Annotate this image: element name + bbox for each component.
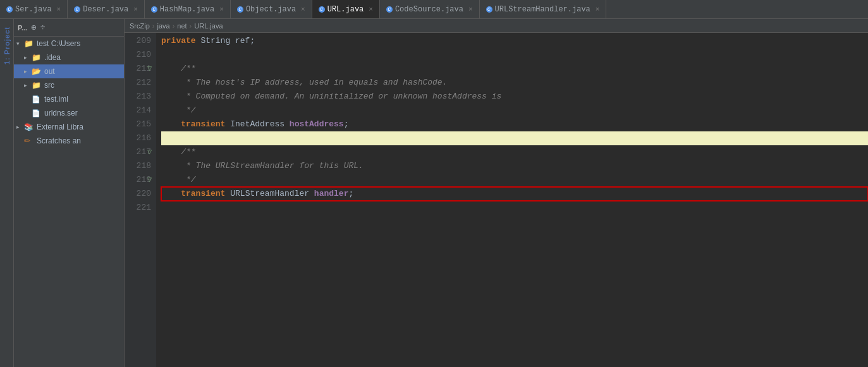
keyword-span: transient [161,187,225,201]
sidebar-item-out[interactable]: ▸📂out [14,64,124,78]
sidebar-item-test-iml[interactable]: 📄test.iml [14,92,124,106]
tab-label-hashmap: HashMap.java [160,5,214,14]
line-numbers: 209210211212213214215216217218219220221 [125,33,156,367]
code-line-212: * The host's IP address, used in equals … [161,76,868,90]
sidebar-item-test[interactable]: ▾📁test C:\Users [14,37,124,51]
tab-icon-ser: c [6,6,13,13]
sidebar-item-src[interactable]: ▸📁src [14,78,124,92]
sidebar-label-idea: .idea [44,53,61,62]
tab-close-urlstreamhandler[interactable]: × [596,6,600,13]
comment-span: */ [161,104,196,117]
tab-icon-url: c [319,6,325,13]
tab-icon-hashmap: c [151,6,157,13]
sidebar-label-out: out [44,67,55,76]
tab-label-deser: Deser.java [83,5,128,14]
code-area: 209210211212213214215216217218219220221 … [125,33,868,367]
project-tab[interactable]: 1: Project [3,21,11,69]
breadcrumb-net: net [177,22,186,30]
code-line-210 [161,48,868,62]
tab-label-ser: Ser.java [15,5,52,14]
code-line-213: * Computed on demand. An uninitialized o… [161,90,868,104]
gutter-icon-211: ▽ [147,62,152,76]
code-line-220: transient URLStreamHandler handler; [161,187,868,201]
line-number-220: 220 [130,187,151,201]
sidebar-settings-btn[interactable]: ÷ [40,23,46,33]
line-number-210: 210 [130,48,151,62]
arrow-icon-external: ▸ [16,124,24,130]
tab-hashmap[interactable]: cHashMap.java× [145,0,231,18]
editor: SrcZip › java › net › URL.java 209210211… [125,19,868,367]
sidebar-project-label: P... [18,24,27,32]
tab-deser[interactable]: cDeser.java× [68,0,145,18]
keyword-span: transient [161,117,225,131]
line-number-216: 216 [130,131,151,145]
line-number-212: 212 [130,76,151,90]
tab-object[interactable]: cObject.java× [231,0,312,18]
left-tab-panel: 1: Project [0,19,14,367]
code-line-217: ▽ /** [161,145,868,159]
tab-url[interactable]: cURL.java× [312,0,380,18]
tab-close-hashmap[interactable]: × [219,6,224,13]
comment-span: * The host's IP address, used in equals … [161,76,447,90]
code-line-209: private String ref; [161,34,868,48]
item-icon-urldns: 📄 [32,109,42,117]
main-layout: 1: Project P... ⊕ ÷ ▾📁test C:\Users▸📁.id… [0,19,868,367]
tab-bar: cSer.java×cDeser.java×cHashMap.java×cObj… [0,0,868,19]
tab-close-url[interactable]: × [369,6,373,13]
tab-codesource[interactable]: cCodeSource.java× [380,0,480,18]
arrow-icon-idea: ▸ [24,54,32,61]
breadcrumb-srczip: SrcZip [130,22,150,30]
sidebar-item-idea[interactable]: ▸📁.idea [14,51,124,64]
tab-close-ser[interactable]: × [57,6,61,13]
sidebar-item-urldns[interactable]: 📄urldns.ser [14,106,124,120]
line-number-209: 209 [130,34,151,48]
comment-span: * Computed on demand. An uninitialized o… [161,90,501,104]
tab-label-urlstreamhandler: URLStreamHandler.java [495,5,590,14]
tab-icon-urlstreamhandler: c [486,6,492,13]
sidebar-label-test-iml: test.iml [44,95,68,104]
arrow-icon-out: ▸ [24,68,32,75]
tab-icon-object: c [237,6,243,13]
tab-icon-codesource: c [386,6,393,13]
tab-label-codesource: CodeSource.java [395,5,463,14]
code-line-218: * The URLStreamHandler for this URL. [161,159,868,173]
gutter-icon-217: ▽ [147,145,152,159]
tab-urlstreamhandler[interactable]: cURLStreamHandler.java× [480,0,607,18]
item-icon-idea: 📁 [32,53,42,62]
tab-ser[interactable]: cSer.java× [0,0,68,18]
arrow-icon-test: ▾ [16,40,24,47]
text-span: ; [348,187,353,201]
line-number-214: 214 [130,104,151,117]
sidebar-label-src: src [44,81,54,90]
line-number-215: 215 [130,117,151,131]
comment-span: /** [161,145,196,159]
sidebar-item-scratches[interactable]: ✏Scratches an [14,134,124,148]
item-icon-external: 📚 [24,123,34,131]
gutter-icon-219: ▽ [147,173,152,187]
tabs-container: cSer.java×cDeser.java×cHashMap.java×cObj… [0,0,606,18]
sidebar-item-external[interactable]: ▸📚External Libra [14,120,124,134]
sidebar: P... ⊕ ÷ ▾📁test C:\Users▸📁.idea▸📂out▸📁sr… [14,19,125,367]
tab-close-codesource[interactable]: × [468,6,473,13]
field-span: handler [314,187,349,201]
tab-close-object[interactable]: × [301,6,305,13]
code-lines[interactable]: private String ref;▽ /** * The host's IP… [156,33,868,367]
item-icon-src: 📁 [32,81,42,90]
tab-icon-deser: c [74,6,80,13]
breadcrumb-file: URL.java [194,22,223,30]
code-line-219: ▽ */ [161,173,868,187]
code-line-211: ▽ /** [161,62,868,76]
breadcrumb-java: java [157,22,169,30]
sidebar-label-external: External Libra [37,123,83,131]
keyword-span: private [161,34,196,48]
comment-span: */ [161,173,196,187]
text-span: String ref; [196,34,255,48]
sidebar-add-btn[interactable]: ⊕ [31,22,36,33]
item-icon-scratches: ✏ [24,136,34,145]
sidebar-label-urldns: urldns.ser [44,109,78,117]
sidebar-label-scratches: Scratches an [37,136,81,145]
arrow-icon-src: ▸ [24,82,32,88]
tab-close-deser[interactable]: × [133,6,138,13]
text-span: URLStreamHandler [225,187,314,201]
comment-span: * The URLStreamHandler for this URL. [161,159,364,173]
